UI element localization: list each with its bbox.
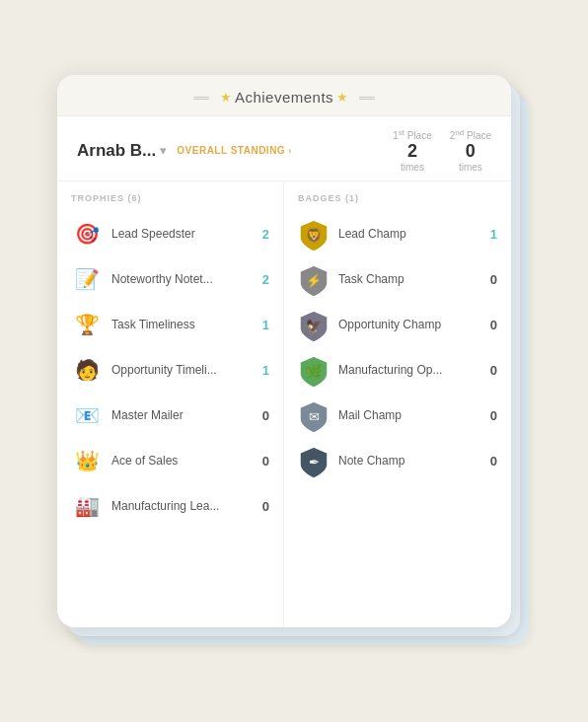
badge-label: Note Champ bbox=[338, 454, 475, 468]
trophy-label: Master Mailer bbox=[111, 408, 247, 422]
badge-item: ✉ Mail Champ0 bbox=[284, 393, 511, 438]
user-row: Arnab B... ▾ OVERALL STANDING › 1st Plac… bbox=[57, 116, 511, 181]
svg-text:🌿: 🌿 bbox=[306, 363, 323, 380]
badge-count: 0 bbox=[483, 363, 497, 378]
trophy-count: 0 bbox=[256, 454, 269, 469]
badge-label: Lead Champ bbox=[338, 227, 475, 241]
svg-text:🦅: 🦅 bbox=[306, 318, 323, 334]
badge-shield-icon: ⚡ bbox=[298, 263, 330, 295]
badge-shield-icon: 🦁 bbox=[298, 218, 330, 250]
badge-shield-icon: 🌿 bbox=[298, 354, 330, 386]
badge-shield-icon: 🦅 bbox=[298, 309, 330, 340]
header-line-right: ══ bbox=[359, 92, 375, 104]
badges-list: 🦁 Lead Champ1 ⚡ Task Champ0 🦅 Opportunit… bbox=[284, 211, 511, 483]
achievements-title: Achievements bbox=[235, 89, 333, 106]
trophy-label: Manufacturing Lea... bbox=[111, 499, 247, 513]
trophy-icon: 🏆 bbox=[71, 309, 103, 340]
first-place-label: 1st Place bbox=[393, 128, 432, 141]
trophy-item: 📝Noteworthy Notet...2 bbox=[57, 256, 283, 302]
second-place-times: times bbox=[450, 162, 491, 173]
card-header: ══ ★ Achievements ★ ══ bbox=[57, 75, 511, 116]
badge-item: 🦁 Lead Champ1 bbox=[284, 211, 511, 256]
trophy-item: 📧Master Mailer0 bbox=[57, 393, 283, 438]
svg-text:✒: ✒ bbox=[309, 455, 320, 469]
badge-label: Mail Champ bbox=[338, 408, 475, 422]
header-star-left: ★ bbox=[220, 90, 232, 105]
header-line-left: ══ bbox=[193, 92, 209, 104]
trophy-item: 🎯Lead Speedster2 bbox=[57, 211, 283, 256]
trophy-item: 👑Ace of Sales0 bbox=[57, 438, 283, 483]
trophy-label: Opportunity Timeli... bbox=[111, 363, 247, 377]
badge-label: Task Champ bbox=[338, 272, 475, 286]
badge-shield-icon: ✒ bbox=[298, 445, 330, 476]
trophy-label: Lead Speedster bbox=[111, 227, 247, 241]
trophy-count: 2 bbox=[256, 227, 269, 242]
content-columns: TROPHIES (6) 🎯Lead Speedster2📝Noteworthy… bbox=[57, 181, 511, 627]
trophy-icon: 🏭 bbox=[71, 490, 103, 522]
badge-shield-icon: ✉ bbox=[298, 399, 330, 431]
trophies-column: TROPHIES (6) 🎯Lead Speedster2📝Noteworthy… bbox=[57, 181, 284, 627]
trophy-icon: 📝 bbox=[71, 263, 103, 295]
trophy-count: 0 bbox=[256, 499, 269, 514]
main-card: ══ ★ Achievements ★ ══ Arnab B... ▾ OVER… bbox=[57, 75, 511, 627]
trophy-count: 0 bbox=[256, 408, 269, 423]
trophy-count: 1 bbox=[256, 363, 269, 378]
svg-text:🦁: 🦁 bbox=[306, 227, 323, 244]
trophy-count: 2 bbox=[256, 272, 269, 287]
badge-item: 🌿 Manufacturing Op...0 bbox=[284, 347, 511, 393]
svg-text:✉: ✉ bbox=[309, 409, 320, 424]
trophy-item: 🧑Opportunity Timeli...1 bbox=[57, 347, 283, 393]
svg-text:⚡: ⚡ bbox=[306, 272, 323, 289]
trophy-icon: 🎯 bbox=[71, 218, 103, 250]
badge-item: 🦅 Opportunity Champ0 bbox=[284, 302, 511, 347]
badge-item: ⚡ Task Champ0 bbox=[284, 256, 511, 302]
user-name: Arnab B... bbox=[77, 141, 156, 161]
badge-count: 0 bbox=[483, 454, 497, 469]
first-place-stat: 1st Place 2 times bbox=[393, 128, 432, 173]
badges-section-title: BADGES (1) bbox=[284, 193, 511, 211]
badge-label: Opportunity Champ bbox=[338, 318, 475, 331]
badge-item: ✒ Note Champ0 bbox=[284, 438, 511, 483]
badge-count: 0 bbox=[483, 318, 497, 332]
trophy-label: Ace of Sales bbox=[111, 454, 247, 468]
first-place-times: times bbox=[393, 162, 432, 173]
badge-count: 1 bbox=[483, 227, 497, 242]
scene: ══ ★ Achievements ★ ══ Arnab B... ▾ OVER… bbox=[57, 75, 531, 647]
first-place-count: 2 bbox=[393, 141, 432, 162]
trophies-list: 🎯Lead Speedster2📝Noteworthy Notet...2🏆Ta… bbox=[57, 211, 283, 529]
overall-standing-link[interactable]: OVERALL STANDING › bbox=[177, 145, 291, 156]
badges-column: BADGES (1) 🦁 Lead Champ1 ⚡ Task Champ0 🦅… bbox=[284, 181, 511, 627]
badge-count: 0 bbox=[483, 272, 497, 287]
badge-label: Manufacturing Op... bbox=[338, 363, 475, 377]
trophy-item: 🏭Manufacturing Lea...0 bbox=[57, 483, 283, 529]
trophy-item: 🏆Task Timeliness1 bbox=[57, 302, 283, 347]
second-place-stat: 2nd Place 0 times bbox=[450, 128, 491, 173]
trophy-icon: 🧑 bbox=[71, 354, 103, 386]
trophy-count: 1 bbox=[256, 318, 269, 332]
place-stats: 1st Place 2 times 2nd Place 0 times bbox=[393, 128, 491, 173]
trophies-section-title: TROPHIES (6) bbox=[57, 193, 283, 211]
badge-count: 0 bbox=[483, 408, 497, 423]
second-place-label: 2nd Place bbox=[450, 128, 491, 141]
trophy-icon: 📧 bbox=[71, 399, 103, 431]
header-star-right: ★ bbox=[336, 90, 348, 105]
second-place-count: 0 bbox=[450, 141, 491, 162]
trophy-icon: 👑 bbox=[71, 445, 103, 476]
user-dropdown-icon[interactable]: ▾ bbox=[160, 143, 167, 158]
trophy-label: Noteworthy Notet... bbox=[111, 272, 247, 286]
trophy-label: Task Timeliness bbox=[111, 318, 247, 331]
standing-arrow-icon: › bbox=[288, 146, 292, 156]
